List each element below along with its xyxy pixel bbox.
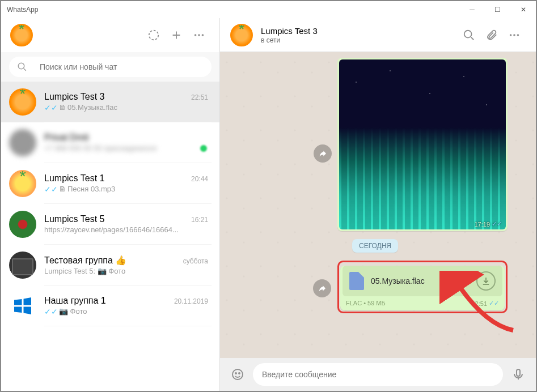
read-checks-icon: ✓✓ <box>44 307 58 316</box>
messages-area[interactable]: 17:19 ✓✓ СЕГОДНЯ 05.Музыка.flac <box>220 52 536 358</box>
file-message-highlight: 05.Музыка.flac FLAC • 59 МБ 22:51 ✓✓ <box>337 261 508 313</box>
chat-title: Lumpics Test 3 <box>261 26 458 36</box>
svg-point-8 <box>517 34 519 36</box>
chat-subtitle: в сети <box>261 36 458 44</box>
chat-header: Lumpics Test 3 в сети <box>220 18 536 52</box>
chat-item-avatar <box>9 170 36 197</box>
compose-input-wrap[interactable] <box>253 363 503 386</box>
chat-item-name: Lumpics Test 1 <box>44 173 191 184</box>
new-chat-icon[interactable] <box>165 24 188 46</box>
svg-point-11 <box>239 373 240 374</box>
chat-item-name: Lumpics Test 5 <box>44 214 191 224</box>
forward-icon[interactable] <box>313 279 331 297</box>
read-checks-icon: ✓✓ <box>44 185 58 194</box>
window-maximize-button[interactable]: ☐ <box>485 1 510 18</box>
message-input[interactable] <box>262 370 494 379</box>
chat-item-preview: +7 999 555 55 55 присоединился <box>44 144 208 152</box>
chat-item-avatar <box>9 252 36 279</box>
window-minimize-button[interactable]: ─ <box>459 1 485 18</box>
svg-point-10 <box>235 373 236 374</box>
svg-point-7 <box>513 34 515 36</box>
sidebar-header <box>1 18 219 52</box>
file-name: 05.Музыка.flac <box>371 276 470 286</box>
chat-item-preview: https://zaycev.net/pages/166646/16664... <box>44 225 208 234</box>
chat-menu-icon[interactable] <box>503 24 526 46</box>
chat-item-name: Наша группа 1 <box>44 296 174 306</box>
svg-rect-12 <box>517 369 520 376</box>
chat-item[interactable]: Lumpics Test 322:51✓✓🗎 05.Музыка.flac <box>1 82 219 122</box>
svg-point-9 <box>232 369 243 380</box>
aurora-image <box>339 59 506 229</box>
chat-item-avatar <box>9 211 36 238</box>
image-message[interactable]: 17:19 ✓✓ <box>337 58 508 231</box>
chat-item-time: 20.11.2019 <box>174 297 208 305</box>
chat-item-time: 20:44 <box>191 175 208 183</box>
file-message[interactable]: 05.Музыка.flac FLAC • 59 МБ 22:51 ✓✓ <box>340 266 505 310</box>
download-button[interactable] <box>476 271 496 291</box>
file-meta: FLAC • 59 МБ <box>346 300 386 307</box>
search-row <box>1 52 219 82</box>
search-icon <box>17 62 27 72</box>
chat-item-time: 16:21 <box>191 216 208 224</box>
titlebar: WhatsApp ─ ☐ ✕ <box>1 1 536 18</box>
document-icon: 🗎 <box>59 185 66 193</box>
svg-point-4 <box>18 63 24 69</box>
chat-item-preview: ✓✓🗎 05.Музыка.flac <box>44 103 208 112</box>
chat-item-avatar <box>9 129 36 156</box>
date-chip: СЕГОДНЯ <box>352 239 398 253</box>
svg-point-3 <box>202 34 204 36</box>
chat-item-name: Тестовая группа 👍 <box>44 255 183 266</box>
my-avatar[interactable] <box>10 24 33 46</box>
search-input[interactable] <box>40 62 204 71</box>
chat-avatar[interactable] <box>230 24 253 46</box>
message-composer <box>220 358 536 391</box>
read-checks-icon: ✓✓ <box>44 103 58 112</box>
chat-item-time: суббота <box>183 257 208 265</box>
chat-item-avatar <box>9 292 36 319</box>
chat-item[interactable]: Lumpics Test 516:21https://zaycev.net/pa… <box>1 204 219 245</box>
chat-panel: Lumpics Test 3 в сети <box>220 18 536 391</box>
chat-item-preview: Lumpics Test 5: 📷 Фото <box>44 267 208 275</box>
chat-item-preview: ✓✓📷 Фото <box>44 307 208 316</box>
chat-item-preview: ✓✓🗎 Песня 03.mp3 <box>44 185 208 194</box>
file-timestamp: 22:51 <box>471 300 487 307</box>
svg-point-6 <box>510 34 512 36</box>
chat-item[interactable]: Lumpics Test 120:44✓✓🗎 Песня 03.mp3 <box>1 163 219 204</box>
window-close-button[interactable]: ✕ <box>510 1 536 18</box>
unread-dot <box>199 144 208 153</box>
image-timestamp: 17:19 ✓✓ <box>474 220 502 228</box>
document-icon <box>349 272 364 290</box>
svg-point-1 <box>194 34 197 36</box>
chat-item-time: 22:51 <box>191 93 208 101</box>
chat-item[interactable]: Наша группа 120.11.2019✓✓📷 Фото <box>1 286 219 326</box>
read-checks-icon: ✓✓ <box>489 300 499 307</box>
document-icon: 🗎 <box>59 103 66 112</box>
chat-item-avatar <box>9 88 36 116</box>
attach-icon[interactable] <box>480 24 503 46</box>
svg-point-5 <box>464 30 472 37</box>
svg-point-2 <box>198 34 200 36</box>
forward-icon[interactable] <box>314 144 332 163</box>
svg-point-0 <box>149 31 159 40</box>
mic-icon[interactable] <box>509 365 528 384</box>
emoji-icon[interactable] <box>228 365 247 384</box>
chat-search-icon[interactable] <box>458 24 480 46</box>
window-title: WhatsApp <box>7 6 38 14</box>
chat-list: Lumpics Test 322:51✓✓🗎 05.Музыка.flacPri… <box>1 82 219 391</box>
chat-item-name: Privat Dmit <box>44 133 208 143</box>
chat-item[interactable]: Тестовая группа 👍субботаLumpics Test 5: … <box>1 245 219 286</box>
chat-item[interactable]: Privat Dmit+7 999 555 55 55 присоединилс… <box>1 122 219 163</box>
chat-item-name: Lumpics Test 3 <box>44 92 191 102</box>
sidebar: Lumpics Test 322:51✓✓🗎 05.Музыка.flacPri… <box>1 18 220 391</box>
status-icon[interactable] <box>142 24 165 46</box>
menu-dots-icon[interactable] <box>188 24 210 46</box>
search-box[interactable] <box>9 57 212 77</box>
